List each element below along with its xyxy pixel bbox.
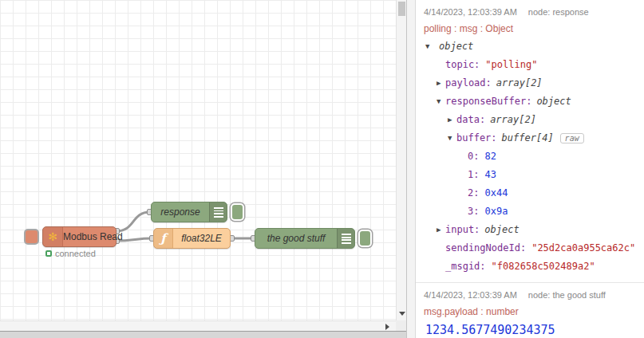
tree-key: 1:: [468, 169, 479, 180]
vertical-scrollbar-thumb[interactable]: [398, 2, 405, 16]
modbus-flower-icon: ✻: [48, 231, 57, 242]
object-tree: ▼objecttopic:"polling"▶payload:array[2]▼…: [421, 37, 636, 276]
tree-key: data:: [456, 114, 485, 125]
tree-row: ▶data:array[2]: [421, 111, 636, 129]
node-label: Modbus Read: [63, 231, 123, 242]
tree-row: ▼buffer:buffer[4]raw: [421, 129, 636, 147]
response-debug-toggle-button[interactable]: [231, 203, 244, 221]
tree-row: 3:0x9a: [421, 202, 636, 221]
message-timestamp: 4/14/2023, 12:03:39 AM: [424, 290, 517, 300]
debug-message[interactable]: 4/14/2023, 12:03:39 AMnode: responsepoll…: [416, 0, 644, 283]
good-stuff-debug-node[interactable]: the good stuff: [255, 228, 355, 249]
tree-value: array[2]: [496, 77, 543, 88]
tree-row: 2:0x44: [421, 184, 636, 202]
tree-value: object: [484, 224, 519, 235]
expander-icon[interactable]: ▼: [425, 37, 434, 56]
status-label: connected: [55, 249, 96, 258]
message-source-node: node: response: [528, 7, 589, 17]
tree-value: 0x44: [484, 187, 508, 198]
tree-value: "f082658c502489a2": [492, 261, 595, 272]
tree-row: ▶input:object: [421, 221, 636, 239]
modbus-node-button[interactable]: [24, 229, 39, 245]
scrollbar-corner: [396, 320, 406, 331]
tree-key: responseBuffer:: [445, 96, 531, 107]
float32le-function-node[interactable]: ƒ float32LE: [153, 228, 231, 249]
tree-value: object: [439, 41, 473, 52]
message-source-node: node: the good stuff: [528, 290, 606, 300]
tree-value: object: [536, 96, 571, 107]
node-label: float32LE: [173, 233, 230, 244]
tree-row: _msgid:"f082658c502489a2": [421, 257, 636, 276]
debug-icon-chip: [209, 202, 227, 222]
message-timestamp: 4/14/2023, 12:03:39 AM: [424, 7, 517, 17]
tree-value: 43: [484, 169, 496, 180]
debug-list-icon: [342, 234, 351, 244]
scroll-right-arrow-icon[interactable]: [385, 324, 389, 330]
tree-key: buffer:: [456, 132, 497, 143]
expander-icon[interactable]: ▶: [448, 111, 456, 129]
tree-row: sendingNodeId:"25d2ca0a955ca62c": [421, 239, 636, 257]
expander-icon[interactable]: ▼: [448, 129, 456, 147]
expander-icon[interactable]: ▶: [437, 74, 445, 92]
good-stuff-debug-toggle-button[interactable]: [358, 230, 372, 247]
debug-message[interactable]: 4/14/2023, 12:03:39 AMnode: the good stu…: [416, 283, 644, 338]
response-debug-node[interactable]: response: [151, 202, 227, 222]
debug-sidebar: 4/14/2023, 12:03:39 AMnode: responsepoll…: [416, 0, 644, 338]
tree-value: buffer[4]: [502, 132, 554, 143]
tree-key: sendingNodeId:: [445, 242, 526, 254]
vertical-scrollbar[interactable]: [396, 0, 406, 320]
debug-message-meta: 4/14/2023, 12:03:39 AMnode: response: [424, 6, 636, 18]
expander-icon[interactable]: ▼: [437, 92, 445, 111]
tree-value: 0x9a: [484, 206, 508, 217]
modbus-icon-chip: ✻: [43, 227, 63, 246]
tree-key: 3:: [468, 206, 479, 217]
tree-key: topic:: [445, 59, 480, 70]
wire[interactable]: [116, 212, 150, 231]
tree-row: ▼object: [421, 37, 636, 56]
tree-row: ▼responseBuffer:object: [421, 92, 636, 111]
window-bottom-edge: [0, 331, 416, 338]
tree-key: 0:: [468, 151, 479, 162]
debug-message-meta: 4/14/2023, 12:03:39 AMnode: the good stu…: [424, 289, 636, 301]
tree-row: 0:82: [421, 147, 636, 166]
scroll-down-arrow-icon[interactable]: [399, 312, 405, 316]
message-property-path: msg.payload : number: [424, 305, 636, 318]
tree-key: payload:: [445, 77, 492, 88]
tree-key: 2:: [468, 187, 479, 198]
flow-canvas[interactable]: ✻ Modbus Read connected response ƒ float…: [0, 0, 396, 320]
tree-row: ▶payload:array[2]: [421, 74, 636, 92]
function-icon-chip: ƒ: [154, 229, 173, 248]
debug-list-icon: [214, 207, 223, 218]
horizontal-scrollbar[interactable]: [0, 320, 396, 331]
tree-key: input:: [445, 224, 480, 235]
sidebar-divider[interactable]: [406, 0, 416, 338]
tree-key: _msgid:: [445, 261, 486, 272]
tree-value: 82: [484, 151, 496, 162]
tree-value: array[2]: [490, 114, 536, 125]
message-property-path: polling : msg : Object: [424, 22, 636, 35]
tree-row: topic:"polling": [421, 56, 636, 74]
modbus-status: connected: [45, 249, 96, 258]
raw-button[interactable]: raw: [560, 133, 584, 143]
modbus-read-node[interactable]: ✻ Modbus Read: [42, 226, 117, 247]
node-label: response: [152, 206, 209, 218]
payload-number-value: 1234.5677490234375: [425, 321, 636, 338]
wire-layer: [0, 0, 396, 320]
node-label: the good stuff: [255, 233, 337, 244]
node-red-window: ✻ Modbus Read connected response ƒ float…: [0, 0, 644, 338]
tree-value: "polling": [485, 59, 537, 70]
debug-icon-chip: [337, 229, 354, 248]
function-f-icon: ƒ: [160, 231, 165, 246]
connected-status-icon: [45, 250, 52, 257]
tree-row: 1:43: [421, 166, 636, 184]
expander-icon[interactable]: ▶: [437, 221, 445, 239]
tree-value: "25d2ca0a955ca62c": [531, 242, 635, 254]
